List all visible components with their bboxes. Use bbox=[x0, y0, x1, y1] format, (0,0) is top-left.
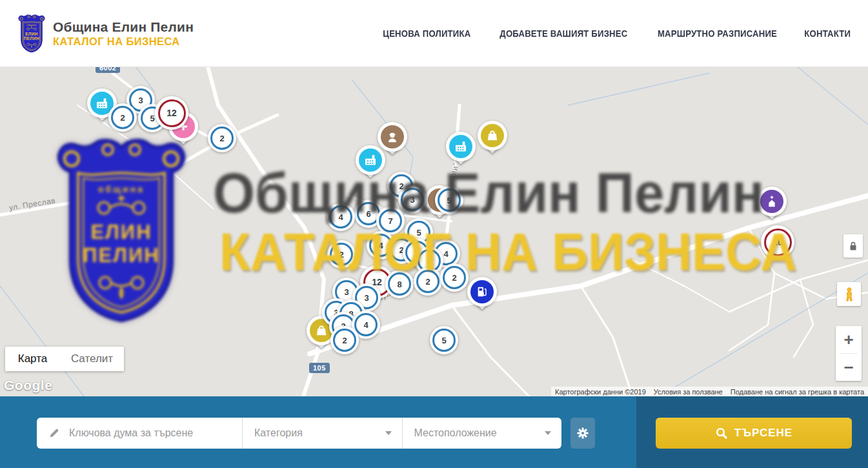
pencil-icon bbox=[48, 427, 60, 439]
map-pin-fuel[interactable] bbox=[467, 277, 497, 313]
map-cluster-marker[interactable]: 5 bbox=[435, 186, 463, 214]
map-cluster-marker[interactable]: 8 bbox=[385, 270, 414, 298]
page: община ЕЛИН ПЕЛИН Община Елин Пелин КАТА… bbox=[0, 0, 868, 468]
search-input-group: Категория Местоположение bbox=[37, 418, 561, 449]
lock-icon bbox=[849, 241, 858, 251]
map-pin-factory[interactable] bbox=[446, 132, 476, 168]
search-button[interactable]: ТЪРСЕНЕ bbox=[656, 418, 852, 449]
site-title: Община Елин Пелин bbox=[53, 19, 194, 35]
map-cluster-marker[interactable]: 12 bbox=[155, 96, 188, 130]
category-select[interactable]: Категория bbox=[242, 418, 402, 449]
svg-text:ПЕЛИН: ПЕЛИН bbox=[24, 36, 40, 41]
keyword-section bbox=[37, 418, 242, 449]
pegman-button[interactable] bbox=[837, 282, 861, 306]
nav-item-pricing[interactable]: ЦЕНОВА ПОЛИТИКА bbox=[383, 28, 470, 39]
lock-button[interactable] bbox=[843, 234, 863, 258]
search-icon bbox=[715, 427, 728, 440]
header: община ЕЛИН ПЕЛИН Община Елин Пелин КАТА… bbox=[0, 0, 868, 67]
map-cluster-marker[interactable]: 3 bbox=[398, 185, 427, 214]
location-select[interactable]: Местоположение bbox=[402, 418, 562, 449]
keyword-search-input[interactable] bbox=[68, 427, 219, 440]
google-logo[interactable]: Google bbox=[4, 378, 52, 393]
map-cluster-marker[interactable]: 2 bbox=[327, 240, 356, 269]
map-type-control: Карта Сателит bbox=[5, 347, 124, 371]
location-select-label: Местоположение bbox=[414, 427, 497, 439]
map-type-satellite-button[interactable]: Сателит bbox=[60, 347, 124, 371]
svg-text:ЕЛИН: ЕЛИН bbox=[25, 32, 38, 36]
pegman-icon bbox=[843, 287, 856, 302]
map-cluster-marker[interactable]: 2 bbox=[330, 326, 359, 354]
map-cluster-marker[interactable]: 2 bbox=[208, 124, 236, 152]
site-logo[interactable]: община ЕЛИН ПЕЛИН Община Елин Пелин КАТА… bbox=[17, 14, 194, 53]
road-number-badge: 105 bbox=[309, 363, 330, 373]
chevron-down-icon bbox=[545, 431, 551, 435]
zoom-control: + − bbox=[836, 326, 862, 381]
map-cluster-marker[interactable]: 2 bbox=[108, 103, 137, 132]
svg-text:община: община bbox=[27, 24, 37, 26]
map-pin-bag[interactable] bbox=[478, 121, 507, 157]
map-cluster-marker[interactable]: 2 bbox=[440, 263, 469, 292]
search-button-label: ТЪРСЕНЕ bbox=[734, 427, 792, 440]
nav-item-add-business[interactable]: ДОБАВЕТЕ ВАШИЯТ БИЗНЕС bbox=[500, 28, 627, 39]
zoom-in-button[interactable]: + bbox=[836, 326, 862, 353]
municipality-shield-icon: община ЕЛИН ПЕЛИН bbox=[17, 14, 46, 53]
map-pin-factory[interactable] bbox=[356, 145, 385, 181]
map-copyright: Картографски данни ©2019 bbox=[551, 388, 650, 396]
map-pin-church[interactable] bbox=[757, 187, 787, 223]
advanced-settings-button[interactable] bbox=[570, 418, 595, 449]
category-select-label: Категория bbox=[254, 427, 303, 439]
map-cluster-marker[interactable]: 2 bbox=[414, 267, 442, 296]
gear-icon bbox=[576, 426, 590, 440]
report-error-link[interactable]: Подаване на сигнал за грешка в картата bbox=[727, 388, 868, 396]
main-nav: ЦЕНОВА ПОЛИТИКА ДОБАВЕТЕ ВАШИЯТ БИЗНЕС М… bbox=[380, 0, 852, 66]
map-cluster-marker[interactable]: 5 bbox=[430, 326, 458, 354]
terms-link[interactable]: Условия за ползване bbox=[650, 388, 727, 396]
nav-item-route-schedule[interactable]: МАРШРУТНО РАЗПИСАНИЕ bbox=[657, 28, 776, 39]
search-bar: Категория Местоположение bbox=[0, 396, 868, 468]
map-cluster-marker[interactable]: 10 bbox=[761, 225, 794, 259]
chevron-down-icon bbox=[385, 431, 392, 435]
brand-text: Община Елин Пелин КАТАЛОГ НА БИЗНЕСА bbox=[53, 19, 194, 47]
road-number-badge: 6002 bbox=[96, 66, 120, 73]
map-type-map-button[interactable]: Карта bbox=[5, 347, 60, 371]
nav-item-contacts[interactable]: КОНТАКТИ bbox=[804, 28, 851, 39]
map-canvas[interactable]: 3251222356475422748128223338342510 60021… bbox=[0, 66, 868, 396]
site-subtitle: КАТАЛОГ НА БИЗНЕСА bbox=[53, 36, 194, 48]
map-cluster-marker[interactable]: 4 bbox=[327, 203, 355, 231]
zoom-out-button[interactable]: − bbox=[836, 354, 862, 381]
map-attribution: Картографски данни ©2019 Условия за полз… bbox=[551, 387, 868, 396]
